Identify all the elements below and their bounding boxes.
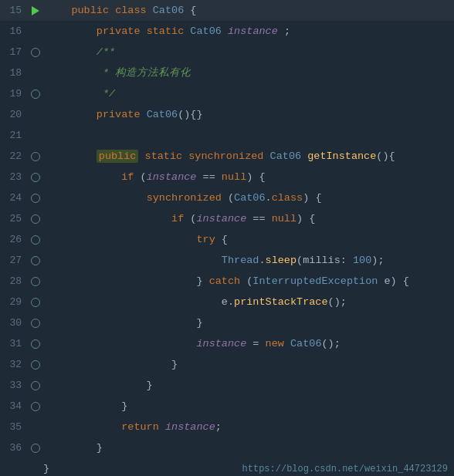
breakpoint-dot-icon[interactable] xyxy=(31,402,40,411)
gutter xyxy=(28,256,43,265)
line-number: 25 xyxy=(0,213,28,224)
line-number: 35 xyxy=(0,421,28,433)
breakpoint-dot-icon[interactable] xyxy=(31,152,40,161)
code-line: 30 } xyxy=(0,312,454,333)
breakpoint-dot-icon[interactable] xyxy=(31,194,40,203)
code-line: 33 } xyxy=(0,375,454,396)
line-number: 32 xyxy=(0,359,28,370)
code-text: } catch (InterruptedException e) { xyxy=(43,271,454,292)
gutter xyxy=(28,298,43,307)
breakpoint-dot-icon[interactable] xyxy=(31,89,40,99)
breakpoint-dot-icon[interactable] xyxy=(31,444,40,453)
line-number: 17 xyxy=(0,46,28,58)
code-line: 34 } xyxy=(0,396,454,417)
code-line: 31 instance = new Cat06(); xyxy=(0,333,454,354)
breakpoint-dot-icon[interactable] xyxy=(31,298,40,307)
line-number: 31 xyxy=(0,338,28,349)
line-number: 26 xyxy=(0,234,28,245)
line-number: 29 xyxy=(0,296,28,308)
line-number: 27 xyxy=(0,255,28,266)
gutter xyxy=(28,152,43,161)
gutter xyxy=(28,173,43,182)
code-text: private Cat06(){} xyxy=(43,104,454,125)
breakpoint-dot-icon[interactable] xyxy=(31,339,40,349)
gutter xyxy=(28,319,43,328)
code-text: return instance; xyxy=(43,417,454,437)
line-number: 36 xyxy=(0,442,28,454)
footer-line: }https://blog.csdn.net/weixin_44723129 xyxy=(0,458,454,476)
code-line: 17 /** xyxy=(0,42,454,62)
gutter xyxy=(28,277,43,286)
code-line: 19 */ xyxy=(0,83,454,104)
code-line: 22 public static synchronized Cat06 getI… xyxy=(0,146,454,167)
code-line: 23 if (instance == null) { xyxy=(0,167,454,187)
gutter xyxy=(28,360,43,370)
code-text: /** xyxy=(43,42,454,62)
code-line: 25 if (instance == null) { xyxy=(0,208,454,229)
code-line: 16 private static Cat06 instance ; xyxy=(0,21,454,42)
code-line: 35 return instance; xyxy=(0,417,454,437)
line-number: 23 xyxy=(0,171,28,183)
breakpoint-dot-icon[interactable] xyxy=(31,256,40,265)
line-number: 28 xyxy=(0,275,28,287)
code-text: } xyxy=(43,437,454,458)
breakpoint-dot-icon[interactable] xyxy=(31,360,40,370)
closing-brace: } xyxy=(43,463,49,474)
code-text: instance = new Cat06(); xyxy=(43,333,454,354)
line-number: 30 xyxy=(0,317,28,329)
code-line: 15 public class Cat06 { xyxy=(0,0,454,21)
code-text: public class Cat06 { xyxy=(43,0,454,21)
code-text: private static Cat06 instance ; xyxy=(43,21,454,42)
code-line: 21 xyxy=(0,125,454,146)
line-number: 19 xyxy=(0,88,28,100)
breakpoint-dot-icon[interactable] xyxy=(31,235,40,245)
breakpoint-dot-icon[interactable] xyxy=(31,214,40,224)
code-line: 26 try { xyxy=(0,229,454,250)
breakpoint-dot-icon[interactable] xyxy=(31,381,40,390)
gutter xyxy=(28,402,43,411)
gutter xyxy=(28,194,43,203)
line-number: 22 xyxy=(0,150,28,162)
line-number: 15 xyxy=(0,5,28,16)
code-text: try { xyxy=(43,229,454,250)
line-number: 18 xyxy=(0,67,28,79)
code-text: } xyxy=(43,312,454,333)
run-arrow-icon[interactable] xyxy=(32,6,39,15)
code-line: 24 synchronized (Cat06.class) { xyxy=(0,187,454,208)
gutter xyxy=(28,235,43,245)
line-number: 21 xyxy=(0,130,28,141)
breakpoint-dot-icon[interactable] xyxy=(31,48,40,57)
code-line: 32 } xyxy=(0,354,454,375)
code-text: } xyxy=(43,396,454,417)
line-number: 24 xyxy=(0,192,28,204)
code-text: if (instance == null) { xyxy=(43,167,454,187)
code-text: e.printStackTrace(); xyxy=(43,292,454,312)
code-line: 29 e.printStackTrace(); xyxy=(0,292,454,312)
code-text: public static synchronized Cat06 getInst… xyxy=(43,146,454,167)
code-line: 36 } xyxy=(0,437,454,458)
code-text: */ xyxy=(43,83,454,104)
code-line: 18 * 构造方法私有化 xyxy=(0,62,454,83)
footer-content: }https://blog.csdn.net/weixin_44723129 xyxy=(43,463,454,474)
line-number: 16 xyxy=(0,25,28,37)
breakpoint-dot-icon[interactable] xyxy=(31,277,40,286)
gutter xyxy=(28,339,43,349)
line-number: 20 xyxy=(0,109,28,120)
gutter xyxy=(28,381,43,390)
code-text: } xyxy=(43,375,454,396)
line-number: 33 xyxy=(0,380,28,391)
code-text: * 构造方法私有化 xyxy=(43,62,454,83)
code-line: 27 Thread.sleep(millis: 100); xyxy=(0,250,454,271)
gutter xyxy=(28,6,43,15)
breakpoint-dot-icon[interactable] xyxy=(31,319,40,328)
blog-url: https://blog.csdn.net/weixin_44723129 xyxy=(49,464,454,474)
code-line: 28 } catch (InterruptedException e) { xyxy=(0,271,454,292)
gutter xyxy=(28,214,43,224)
code-line: 20 private Cat06(){} xyxy=(0,104,454,125)
gutter xyxy=(28,48,43,57)
code-text: synchronized (Cat06.class) { xyxy=(43,187,454,208)
gutter xyxy=(28,444,43,453)
breakpoint-dot-icon[interactable] xyxy=(31,173,40,182)
line-number: 34 xyxy=(0,400,28,412)
code-text: } xyxy=(43,354,454,375)
